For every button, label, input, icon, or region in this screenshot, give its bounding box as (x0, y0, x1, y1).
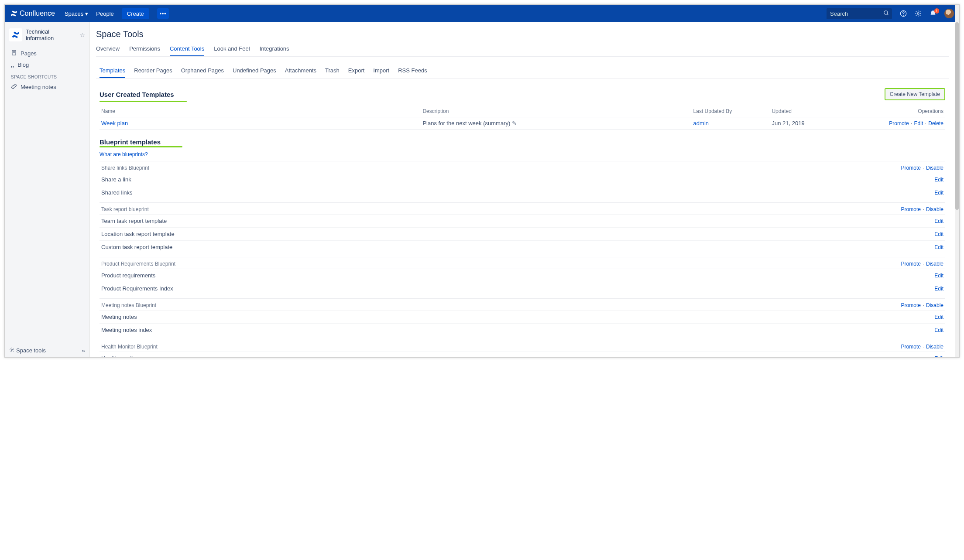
group-title: Meeting notes Blueprint (101, 302, 156, 308)
subtab-attachments[interactable]: Attachments (285, 65, 316, 78)
subtab-templates[interactable]: Templates (99, 65, 125, 78)
page-icon (11, 50, 17, 57)
sidebar-pages[interactable]: Pages (9, 48, 85, 59)
nav-people-label: People (96, 10, 113, 17)
space-tools-label: Space tools (16, 347, 46, 354)
blueprint-row: Team task report templateEdit (99, 214, 945, 227)
sidebar: Technical information ☆ Pages ,, Blog SP… (5, 22, 90, 357)
blueprint-name: Meeting notes (101, 314, 137, 320)
op-promote[interactable]: Promote (901, 261, 921, 267)
sidebar-meeting-notes[interactable]: Meeting notes (9, 81, 85, 93)
nav-spaces[interactable]: Spaces ▾ (65, 10, 88, 17)
link-icon (11, 83, 17, 91)
op-promote[interactable]: Promote (901, 165, 921, 171)
space-name[interactable]: Technical information (26, 28, 76, 41)
notification-icon[interactable]: 1 (930, 10, 937, 17)
blueprint-heading: Blueprint templates (99, 138, 945, 146)
tab-look-and-feel[interactable]: Look and Feel (214, 43, 250, 56)
op-edit[interactable]: Edit (914, 120, 923, 126)
brand-text: Confluence (20, 10, 55, 17)
avatar[interactable] (944, 9, 954, 18)
op-delete[interactable]: Delete (928, 120, 943, 126)
quote-icon: ,, (11, 61, 14, 68)
template-name-link[interactable]: Week plan (101, 120, 128, 126)
op-promote[interactable]: Promote (901, 302, 921, 308)
gear-icon[interactable] (915, 10, 922, 17)
search-input[interactable] (827, 8, 883, 19)
nav-people[interactable]: People (96, 10, 113, 17)
blueprint-row: Product Requirements IndexEdit (99, 282, 945, 295)
group-title: Product Requirements Blueprint (101, 261, 175, 267)
blueprint-group-head: Meeting notes BlueprintPromote · Disable (99, 298, 945, 310)
op-promote[interactable]: Promote (901, 206, 921, 212)
col-updated: Updated (770, 106, 837, 117)
tab-overview[interactable]: Overview (96, 43, 120, 56)
updated-date: Jun 21, 2019 (770, 117, 837, 130)
subtab-undefined-pages[interactable]: Undefined Pages (233, 65, 276, 78)
op-disable[interactable]: Disable (926, 344, 943, 350)
group-title: Share links Blueprint (101, 165, 149, 171)
collapse-icon[interactable]: « (82, 347, 85, 354)
sidebar-shortcuts-head: SPACE SHORTCUTS (11, 75, 83, 79)
op-disable[interactable]: Disable (926, 165, 943, 171)
create-button[interactable]: Create (122, 8, 149, 19)
top-nav: Confluence Spaces ▾ People Create ••• (5, 5, 959, 22)
blueprint-row: Custom task report templateEdit (99, 240, 945, 253)
subtab-reorder-pages[interactable]: Reorder Pages (134, 65, 172, 78)
subtab-import[interactable]: Import (373, 65, 389, 78)
col-name: Name (99, 106, 421, 117)
template-desc: Plans for the next week (summary) ✎ (421, 117, 691, 130)
page-title: Space Tools (96, 29, 949, 39)
blueprint-name: Shared links (101, 189, 133, 196)
op-disable[interactable]: Disable (926, 206, 943, 212)
what-are-blueprints-link[interactable]: What are blueprints? (99, 151, 148, 157)
op-edit[interactable]: Edit (934, 273, 943, 279)
group-title: Task report blueprint (101, 206, 149, 212)
brand[interactable]: Confluence (10, 10, 55, 17)
blueprint-name: Product requirements (101, 272, 155, 279)
op-disable[interactable]: Disable (926, 302, 943, 308)
blueprint-name: Share a link (101, 176, 131, 183)
op-edit[interactable]: Edit (934, 177, 943, 183)
tab-permissions[interactable]: Permissions (129, 43, 160, 56)
search-icon[interactable] (883, 10, 889, 17)
subtab-export[interactable]: Export (348, 65, 365, 78)
help-icon[interactable] (900, 10, 907, 17)
blueprint-row: Location task report templateEdit (99, 227, 945, 240)
op-edit[interactable]: Edit (934, 244, 943, 250)
op-edit[interactable]: Edit (934, 286, 943, 292)
more-button[interactable]: ••• (157, 8, 169, 19)
subtab-trash[interactable]: Trash (325, 65, 340, 78)
space-tools-link[interactable]: Space tools (9, 347, 46, 354)
op-edit[interactable]: Edit (934, 355, 943, 357)
subtab-rss-feeds[interactable]: RSS Feeds (398, 65, 427, 78)
tab-content-tools[interactable]: Content Tools (170, 43, 204, 56)
op-disable[interactable]: Disable (926, 261, 943, 267)
tab-integrations[interactable]: Integrations (260, 43, 289, 56)
create-new-template-button[interactable]: Create New Template (885, 88, 945, 100)
user-templates-table: NameDescriptionLast Updated ByUpdatedOpe… (99, 106, 945, 130)
subtab-orphaned-pages[interactable]: Orphaned Pages (181, 65, 224, 78)
blueprint-group-head: Product Requirements BlueprintPromote · … (99, 257, 945, 269)
op-promote[interactable]: Promote (901, 344, 921, 350)
op-edit[interactable]: Edit (934, 190, 943, 196)
blueprint-row: Health monitorEdit (99, 352, 945, 357)
blueprint-row: Shared linksEdit (99, 186, 945, 199)
sidebar-blog[interactable]: ,, Blog (9, 59, 85, 70)
group-title: Health Monitor Blueprint (101, 344, 158, 350)
svg-point-3 (903, 15, 904, 16)
op-edit[interactable]: Edit (934, 314, 943, 320)
op-promote[interactable]: Promote (889, 120, 909, 126)
ellipsis-icon: ••• (160, 10, 167, 17)
blueprint-row: Meeting notesEdit (99, 310, 945, 323)
star-icon[interactable]: ☆ (80, 32, 85, 38)
updated-by-link[interactable]: admin (693, 120, 709, 126)
pencil-icon[interactable]: ✎ (512, 120, 517, 126)
blueprint-group-head: Share links BlueprintPromote · Disable (99, 161, 945, 173)
op-edit[interactable]: Edit (934, 327, 943, 333)
sidebar-blog-label: Blog (17, 61, 29, 68)
op-edit[interactable]: Edit (934, 231, 943, 237)
create-new-template-label: Create New Template (890, 91, 940, 97)
op-edit[interactable]: Edit (934, 218, 943, 224)
blueprint-name: Location task report template (101, 231, 175, 237)
